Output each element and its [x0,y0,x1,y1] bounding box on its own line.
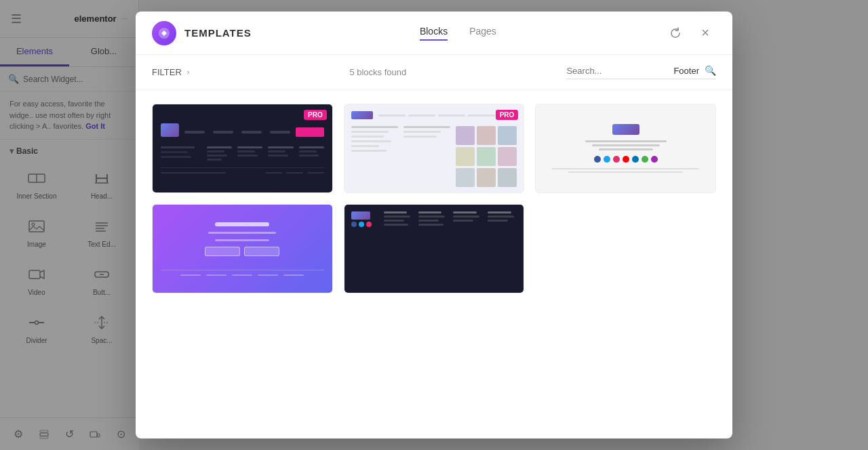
template-preview-3 [536,104,715,192]
template-card-2[interactable]: PRO [344,104,525,193]
search-box: Footer 🔍 [566,65,716,79]
template-4-buttons [205,247,279,256]
refresh-button[interactable] [665,22,686,44]
template-card-3[interactable] [535,104,716,193]
template-4-subtitle2 [215,239,269,241]
modal-body: PRO [136,90,732,438]
template-3-social-icons [594,156,658,163]
results-count: 5 blocks found [200,67,555,77]
pro-badge-2: PRO [496,110,519,120]
template-3-text [585,140,667,150]
filter-button[interactable]: FILTER › [152,64,189,80]
modal-toolbar: FILTER › 5 blocks found Footer 🔍 [136,55,732,90]
template-card-4[interactable] [152,204,333,293]
template-search-value: Footer [673,66,699,76]
modal-logo-icon [152,21,176,45]
template-card-5[interactable] [344,204,525,293]
template-preview-5 [344,205,524,293]
template-search-icon: 🔍 [705,65,716,76]
filter-label: FILTER [152,67,182,77]
modal-header: TEMPLATES Blocks Pages × [136,12,732,55]
close-button[interactable]: × [694,22,716,44]
template-4-title [215,222,269,226]
template-card-1[interactable]: PRO [152,104,333,193]
pro-badge-1: PRO [304,110,327,120]
modal-tabs: Blocks Pages [420,26,496,41]
template-preview-4 [153,205,332,293]
template-photo-grid [456,126,517,187]
template-5-logo [351,211,378,227]
templates-modal: TEMPLATES Blocks Pages × FILTER › [136,12,732,438]
tab-blocks[interactable]: Blocks [420,26,448,41]
modal-overlay: TEMPLATES Blocks Pages × FILTER › [0,0,868,450]
templates-grid: PRO [152,104,716,293]
template-4-subtitle [208,232,276,234]
tab-pages[interactable]: Pages [469,26,496,41]
modal-title: TEMPLATES [184,27,252,39]
template-5-columns [384,211,517,226]
filter-chevron-icon: › [187,68,189,76]
template-search-input[interactable] [566,66,668,76]
template-3-logo [612,124,639,135]
modal-actions: × [665,22,716,44]
